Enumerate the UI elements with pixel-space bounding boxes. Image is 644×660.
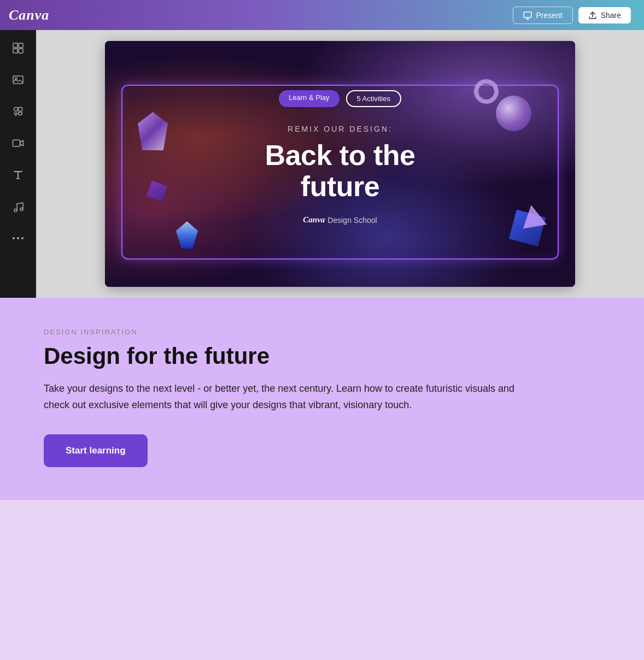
- svg-rect-10: [19, 108, 22, 111]
- slide-title: Back to the future: [223, 140, 458, 202]
- svg-rect-5: [13, 49, 17, 53]
- grid-icon: [12, 42, 24, 54]
- more-icon: [12, 237, 24, 240]
- header: Canva Present Share: [0, 0, 644, 30]
- canva-logo: Canva: [9, 7, 49, 23]
- tag-activities: 5 Activities: [346, 90, 401, 107]
- slide-container[interactable]: Learn & Play 5 Activities REMIX OUR DESI…: [105, 41, 575, 287]
- canvas-preview: Learn & Play 5 Activities REMIX OUR DESI…: [36, 30, 644, 298]
- sidebar-icon-elements[interactable]: [8, 101, 28, 122]
- svg-rect-3: [13, 43, 17, 48]
- content-section: DESIGN INSPIRATION Design for the future…: [0, 298, 644, 500]
- music-icon: [12, 201, 24, 213]
- slide-brand-logo: Canva: [303, 216, 325, 225]
- sidebar-icon-grid[interactable]: [8, 38, 28, 58]
- svg-rect-12: [13, 140, 20, 146]
- sidebar: [0, 30, 36, 298]
- image-icon: [12, 74, 24, 86]
- present-button[interactable]: Present: [513, 7, 572, 24]
- svg-point-13: [14, 209, 17, 212]
- svg-point-8: [15, 78, 17, 80]
- slide-content: REMIX OUR DESIGN: Back to the future Can…: [223, 125, 458, 225]
- content-label: DESIGN INSPIRATION: [44, 328, 600, 336]
- text-icon: [12, 169, 24, 181]
- tag-learn-play: Learn & Play: [279, 90, 339, 107]
- content-description: Take your designs to the next level - or…: [44, 381, 536, 413]
- content-heading: Design for the future: [44, 344, 600, 369]
- slide-brand-text: Design School: [327, 216, 377, 225]
- svg-point-15: [13, 237, 15, 239]
- video-icon: [12, 137, 24, 149]
- svg-rect-4: [19, 43, 23, 48]
- editor-area: Learn & Play 5 Activities REMIX OUR DESI…: [0, 30, 644, 298]
- share-button[interactable]: Share: [578, 7, 631, 23]
- header-actions: Present Share: [513, 7, 631, 24]
- elements-icon: [12, 105, 24, 117]
- present-icon: [523, 11, 532, 20]
- sidebar-icon-video[interactable]: [8, 133, 28, 154]
- svg-rect-6: [19, 49, 23, 53]
- sidebar-icon-more[interactable]: [8, 228, 28, 249]
- slide-subtitle: REMIX OUR DESIGN:: [223, 125, 458, 133]
- slide-brand: Canva Design School: [223, 216, 458, 225]
- svg-point-9: [14, 108, 18, 111]
- share-icon: [588, 11, 597, 20]
- svg-rect-11: [19, 113, 22, 115]
- sidebar-icon-text[interactable]: [8, 164, 28, 185]
- slide-tags: Learn & Play 5 Activities: [105, 90, 575, 107]
- svg-rect-0: [524, 12, 531, 17]
- svg-point-16: [17, 237, 19, 239]
- shape-triangle: [519, 203, 547, 228]
- sidebar-icon-image[interactable]: [8, 69, 28, 90]
- start-learning-button[interactable]: Start learning: [44, 434, 148, 467]
- svg-rect-7: [13, 76, 23, 84]
- svg-point-14: [20, 208, 23, 211]
- sidebar-icon-music[interactable]: [8, 196, 28, 217]
- svg-point-17: [21, 237, 24, 239]
